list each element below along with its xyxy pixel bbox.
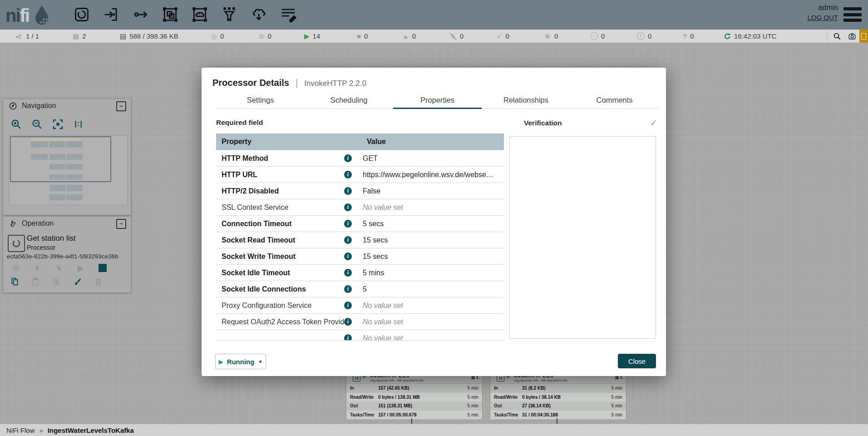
verification-label: Verification (524, 119, 562, 127)
close-button[interactable]: Close (618, 354, 656, 368)
output-port-icon[interactable] (130, 3, 152, 26)
compass-icon (9, 102, 17, 110)
stop-icon[interactable] (97, 262, 108, 274)
verification-check-icon[interactable]: ✓ (650, 118, 657, 128)
zoom-actual-icon[interactable]: |:| (71, 117, 86, 131)
selected-component-id: ecfa563e-822b-399e-a4f1-5f83293ce36b (7, 253, 118, 260)
transmitting-icon: ◎ (211, 33, 217, 40)
status-locally-modified: ∗ 0 (544, 30, 558, 43)
zoom-in-icon[interactable] (9, 117, 23, 131)
stale-icon: ↑ (590, 32, 598, 40)
breadcrumb-current: IngestWaterLevelsToKafka (48, 426, 134, 434)
app-header: nifi admin LOG OUT (0, 0, 868, 30)
processor-node[interactable]: ▶ InvokeHTTP 2.2.0 org.apache.nifi - nif… (490, 371, 626, 419)
breadcrumb-root[interactable]: NiFi Flow (6, 426, 35, 434)
not-transmitting-icon: ⊘ (259, 33, 265, 40)
zoom-fit-icon[interactable] (50, 117, 65, 131)
info-icon[interactable]: i (344, 187, 352, 195)
table-row[interactable]: iNo value set (216, 330, 504, 341)
configure-gear-icon[interactable] (10, 262, 21, 274)
table-row[interactable]: Request OAuth2 Access Token ProvideriNo … (216, 313, 504, 330)
tab-comments[interactable]: Comments (570, 96, 659, 109)
column-value: Value (356, 138, 386, 146)
status-not-transmitting: ⊘ 0 (259, 30, 271, 43)
info-icon[interactable]: i (344, 269, 352, 277)
paste-icon[interactable] (30, 276, 41, 287)
delete-trash-icon[interactable] (92, 276, 104, 287)
navigation-tools: |:| (9, 117, 86, 131)
navigation-panel-header: Navigation (3, 99, 131, 113)
collapse-operation-icon[interactable]: − (116, 219, 126, 229)
info-icon[interactable]: i (344, 203, 352, 211)
process-group-icon[interactable] (159, 3, 181, 26)
table-row[interactable]: HTTP/2 DisablediFalse (216, 183, 504, 199)
label-icon[interactable] (277, 3, 299, 26)
snapshot-icon[interactable] (844, 30, 859, 43)
logout-link[interactable]: LOG OUT (807, 14, 838, 21)
nifi-logo: nifi (5, 4, 54, 27)
processor-icon[interactable] (71, 3, 93, 26)
info-icon[interactable]: i (344, 318, 352, 326)
refresh-icon[interactable] (724, 33, 731, 40)
info-icon[interactable]: i (344, 154, 352, 162)
connection-line (411, 418, 412, 424)
group-icon[interactable] (50, 276, 62, 287)
properties-table: Property Value HTTP MethodiGET HTTP URLi… (216, 134, 504, 341)
remote-process-group-icon[interactable] (189, 3, 211, 26)
tab-settings[interactable]: Settings (216, 96, 305, 109)
copy-icon[interactable] (9, 276, 20, 287)
tab-relationships[interactable]: Relationships (482, 96, 570, 109)
disable-bolt-slash-icon[interactable] (53, 262, 65, 274)
title-separator: | (296, 78, 298, 88)
breadcrumb-separator: » (39, 426, 43, 434)
enable-bolt-icon[interactable] (31, 262, 43, 274)
start-icon[interactable]: ▶ (75, 262, 87, 274)
info-icon[interactable]: i (344, 220, 352, 228)
table-row[interactable]: Socket Idle Timeouti5 mins (216, 264, 504, 281)
breadcrumb: NiFi Flow » IngestWaterLevelsToKafka (0, 424, 868, 436)
required-field-label: Required field (216, 119, 263, 127)
processor-node[interactable]: ▶ InvokeHTTP 2.2.0 org.apache.nifi - nif… (346, 371, 483, 419)
tab-scheduling[interactable]: Scheduling (305, 96, 393, 109)
table-row[interactable]: Socket Idle Connectionsi5 (216, 281, 504, 297)
table-row[interactable]: Connection Timeouti5 secs (216, 215, 504, 232)
input-port-icon[interactable] (100, 3, 122, 26)
run-status-dropdown[interactable]: ▶ Running ▼ (215, 354, 266, 369)
funnel-icon[interactable] (218, 3, 240, 26)
queued-icon: ▤ (120, 33, 126, 40)
zoom-out-icon[interactable] (30, 117, 44, 131)
flow-analysis-toggle[interactable] (859, 30, 868, 43)
table-row[interactable]: Socket Read Timeouti15 secs (216, 232, 504, 248)
minimap-viewport[interactable] (10, 136, 111, 182)
dialog-title-row: Processor Details | InvokeHTTP 2.2.0 (212, 78, 366, 88)
registry-import-icon[interactable] (248, 3, 270, 26)
info-icon[interactable]: i (344, 236, 352, 244)
color-brush-icon[interactable] (71, 276, 83, 287)
search-icon[interactable] (829, 30, 844, 43)
properties-table-header: Property Value (216, 134, 504, 150)
global-menu-icon[interactable] (843, 7, 862, 22)
table-row[interactable]: Socket Write Timeouti15 secs (216, 248, 504, 264)
processor-type-icon (8, 235, 25, 252)
collapse-navigation-icon[interactable]: − (116, 101, 126, 111)
run-status-label: Running (227, 358, 255, 366)
column-property: Property (216, 138, 356, 146)
table-row[interactable]: Proxy Configuration ServiceiNo value set (216, 297, 504, 313)
verification-header: Verification ✓ (524, 118, 670, 128)
tab-properties[interactable]: Properties (393, 96, 482, 109)
info-icon[interactable]: i (344, 171, 352, 178)
info-icon[interactable]: i (344, 302, 352, 309)
info-icon[interactable]: i (344, 285, 352, 293)
info-icon[interactable]: i (344, 334, 352, 341)
table-row[interactable]: HTTP URLihttps://www.pegelonline.wsv.de/… (216, 166, 504, 183)
up-to-date-icon: ✓ (497, 33, 503, 40)
navigation-minimap[interactable] (9, 135, 128, 205)
nifi-app: nifi admin LOG OUT 1 / 1 ▦ 2 (0, 0, 868, 436)
table-row[interactable]: HTTP MethodiGET (216, 150, 504, 166)
status-invalid: ▲! 0 (402, 30, 416, 43)
table-row[interactable]: SSL Context ServiceiNo value set (216, 199, 504, 215)
status-grid: ▦ 2 (73, 30, 86, 43)
info-icon[interactable]: i (344, 253, 352, 260)
status-transmitting: ◎ 0 (211, 30, 224, 43)
statusbar-actions (827, 30, 868, 43)
